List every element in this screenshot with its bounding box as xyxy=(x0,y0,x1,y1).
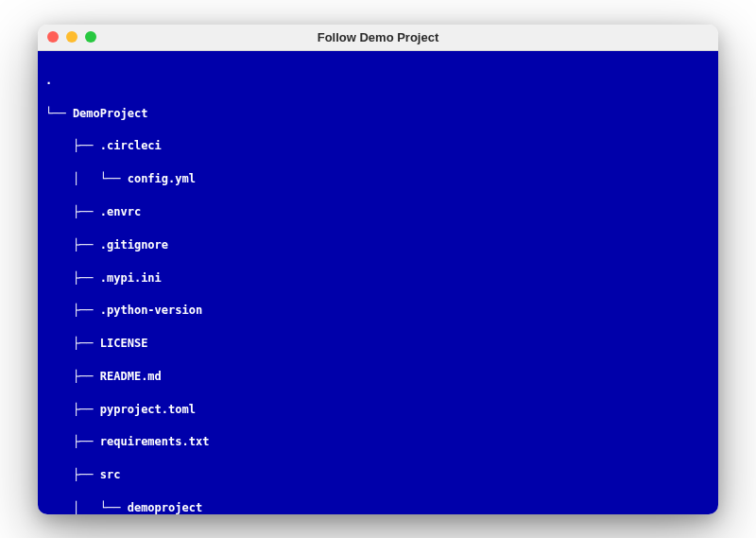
titlebar: Follow Demo Project xyxy=(38,25,718,51)
tree-line: ├── .mypi.ini xyxy=(45,270,711,286)
tree-line: └── DemoProject xyxy=(45,106,711,122)
tree-line: ├── LICENSE xyxy=(45,336,711,352)
tree-line: │ └── demoproject xyxy=(45,500,711,513)
tree-line: ├── pyproject.toml xyxy=(45,402,711,418)
tree-line: │ └── config.yml xyxy=(45,171,711,187)
traffic-lights xyxy=(47,31,96,43)
tree-line: ├── .envrc xyxy=(45,204,711,220)
maximize-button[interactable] xyxy=(85,31,96,43)
close-button[interactable] xyxy=(47,31,59,43)
tree-line: . xyxy=(45,73,711,89)
tree-line: ├── .python-version xyxy=(45,303,711,319)
terminal-window: Follow Demo Project . └── DemoProject ├─… xyxy=(38,25,718,514)
minimize-button[interactable] xyxy=(66,31,77,43)
tree-line: ├── .gitignore xyxy=(45,237,711,253)
terminal-body[interactable]: . └── DemoProject ├── .circleci │ └── co… xyxy=(38,51,718,514)
tree-line: ├── .circleci xyxy=(45,138,711,154)
tree-line: ├── README.md xyxy=(45,369,711,385)
tree-line: ├── src xyxy=(45,467,711,483)
tree-line: ├── requirements.txt xyxy=(45,434,711,450)
window-title: Follow Demo Project xyxy=(38,30,718,44)
